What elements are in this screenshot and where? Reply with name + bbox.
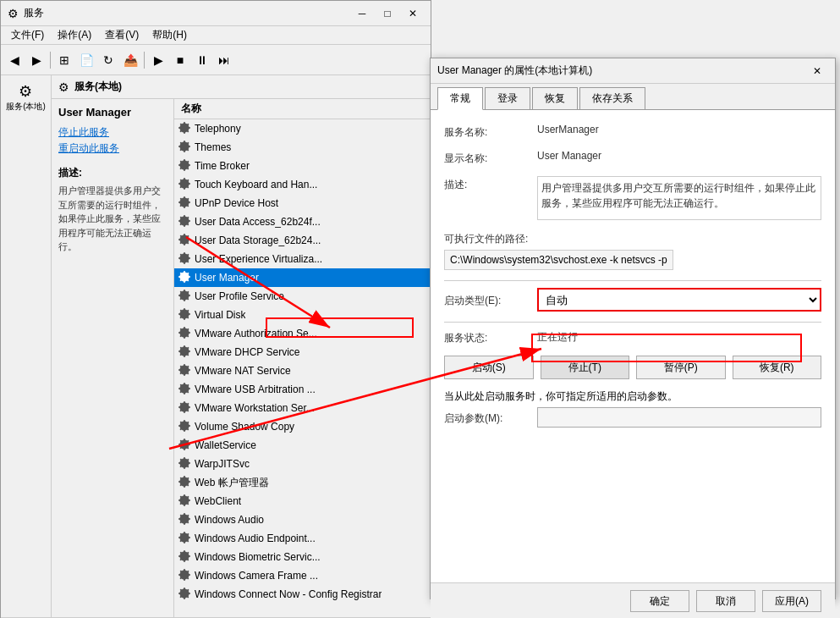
export-button[interactable]: 📤 xyxy=(120,50,140,70)
service-list-item[interactable]: Volume Shadow Copy xyxy=(174,417,431,436)
restart-button[interactable]: ⏭ xyxy=(214,50,234,70)
tab-general[interactable]: 常规 xyxy=(437,87,483,110)
service-name-text: Windows Audio xyxy=(195,514,264,526)
service-list-item[interactable]: WalletService xyxy=(174,436,431,455)
service-icon xyxy=(178,588,191,601)
service-list-item[interactable]: VMware NAT Service xyxy=(174,361,431,380)
service-name-label: 服务名称: xyxy=(444,124,537,140)
toolbar-separator-2 xyxy=(144,52,145,69)
maximize-button[interactable]: □ xyxy=(376,4,398,23)
start-param-input-label: 启动参数(M): xyxy=(444,410,537,426)
service-list-item[interactable]: Time Broker xyxy=(174,157,431,175)
menu-view[interactable]: 查看(V) xyxy=(98,26,145,44)
service-list-item[interactable]: Windows Camera Frame ... xyxy=(174,566,431,585)
menu-file[interactable]: 文件(F) xyxy=(4,26,51,44)
confirm-button[interactable]: 确定 xyxy=(630,590,689,612)
stop-service-link[interactable]: 停止此服务 xyxy=(58,125,167,140)
close-button[interactable]: ✕ xyxy=(402,4,424,23)
service-icon xyxy=(178,178,191,191)
service-icon xyxy=(178,420,191,433)
service-list-item[interactable]: Windows Audio Endpoint... xyxy=(174,529,431,548)
service-list-scroll[interactable]: Telephony Themes Time Broker Touch Keybo… xyxy=(174,119,431,617)
restart-service-link[interactable]: 重启动此服务 xyxy=(58,141,167,156)
tab-recovery[interactable]: 恢复 xyxy=(532,87,578,109)
service-list-item[interactable]: User Data Access_62b24f... xyxy=(174,212,431,231)
minimize-button[interactable]: ─ xyxy=(351,4,373,23)
service-list-item[interactable]: User Experience Virtualiza... xyxy=(174,250,431,268)
service-icon xyxy=(178,141,191,154)
service-list-item[interactable]: VMware USB Arbitration ... xyxy=(174,380,431,399)
left-info-panel: User Manager 停止此服务 重启动此服务 描述: 用户管理器提供多用户… xyxy=(52,99,174,617)
scope-label-small: 服务(本地) xyxy=(6,101,46,113)
service-list-item[interactable]: User Profile Service xyxy=(174,287,431,306)
show-hide-button[interactable]: ⊞ xyxy=(54,50,74,70)
service-list-item[interactable]: Windows Biometric Servic... xyxy=(174,548,431,566)
service-name-text: Volume Shadow Copy xyxy=(195,421,294,433)
pause-button[interactable]: ⏸ xyxy=(192,50,212,70)
service-name-text: WalletService xyxy=(195,439,256,451)
service-icon xyxy=(178,401,191,415)
stop-button[interactable]: 停止(T) xyxy=(541,356,630,379)
service-icon xyxy=(178,345,191,359)
display-name-row: 显示名称: User Manager xyxy=(444,150,821,166)
service-list-panel: 名称 Telephony Themes Time Broker xyxy=(174,99,431,617)
service-name-text: WarpJITSvc xyxy=(195,458,250,470)
menu-action[interactable]: 操作(A) xyxy=(51,26,98,44)
service-icon xyxy=(178,457,191,471)
service-name-text: Touch Keyboard and Han... xyxy=(195,179,317,190)
back-button[interactable]: ◀ xyxy=(4,50,25,70)
service-list-item[interactable]: Windows Connect Now - Config Registrar xyxy=(174,585,431,604)
service-icon xyxy=(178,327,191,340)
service-list-item[interactable]: Virtual Disk xyxy=(174,306,431,324)
dialog-close-button[interactable]: ✕ xyxy=(806,62,828,80)
tab-login[interactable]: 登录 xyxy=(485,87,530,109)
dialog-footer: 确定 取消 应用(A) xyxy=(431,582,835,618)
tab-dependencies[interactable]: 依存关系 xyxy=(579,87,645,109)
service-name-text: Telephony xyxy=(195,123,241,135)
service-icon xyxy=(178,550,191,564)
service-list-item[interactable]: User Manager xyxy=(174,268,431,287)
start-param-input[interactable] xyxy=(537,407,821,428)
forward-button[interactable]: ▶ xyxy=(26,50,47,70)
service-list-item[interactable]: Themes xyxy=(174,138,431,157)
service-icon xyxy=(178,308,191,322)
form-divider xyxy=(444,280,821,281)
exec-path-value: C:\Windows\system32\svchost.exe -k netsv… xyxy=(444,250,673,270)
cancel-button[interactable]: 取消 xyxy=(696,590,755,612)
dialog-title: User Manager 的属性(本地计算机) xyxy=(437,63,806,78)
service-icon xyxy=(178,439,191,452)
service-list-item[interactable]: UPnP Device Host xyxy=(174,194,431,212)
service-icon xyxy=(178,122,191,135)
apply-button[interactable]: 应用(A) xyxy=(762,590,821,612)
service-list-item[interactable]: VMware Authorization Se... xyxy=(174,324,431,343)
service-name-text: VMware Workstation Ser... xyxy=(195,402,315,414)
service-list-item[interactable]: Touch Keyboard and Han... xyxy=(174,175,431,194)
service-icon xyxy=(178,569,191,582)
service-list-header: 名称 xyxy=(174,99,431,119)
start-button[interactable]: 启动(S) xyxy=(444,356,534,379)
scope-local-nav[interactable]: ⚙ 服务(本地) xyxy=(6,82,46,113)
service-list-item[interactable]: WebClient xyxy=(174,492,431,510)
stop-button[interactable]: ■ xyxy=(170,50,190,70)
service-list-item[interactable]: VMware Workstation Ser... xyxy=(174,399,431,417)
menu-help[interactable]: 帮助(H) xyxy=(145,26,194,44)
service-list-item[interactable]: Telephony xyxy=(174,119,431,138)
service-list-item[interactable]: Web 帐户管理器 xyxy=(174,473,431,492)
service-list-item[interactable]: User Data Storage_62b24... xyxy=(174,231,431,250)
refresh-button[interactable]: ↻ xyxy=(98,50,118,70)
startup-type-select[interactable]: 自动 自动(延迟启动) 手动 禁用 xyxy=(537,288,821,312)
exec-path-row: 可执行文件的路径: C:\Windows\system32\svchost.ex… xyxy=(444,230,821,270)
service-icon xyxy=(178,271,191,284)
main-content-area: ⚙ 服务(本地) ⚙ 服务(本地) User Manager 停止此服务 重启动… xyxy=(1,75,431,617)
service-list-item[interactable]: Windows Audio xyxy=(174,510,431,529)
description-label: 描述: xyxy=(444,176,537,192)
play-button[interactable]: ▶ xyxy=(148,50,168,70)
service-list-item[interactable]: WarpJITSvc xyxy=(174,455,431,473)
service-name-text: VMware DHCP Service xyxy=(195,346,299,358)
resume-button[interactable]: 恢复(R) xyxy=(733,356,822,379)
service-icon xyxy=(178,532,191,545)
properties-button[interactable]: 📄 xyxy=(76,50,96,70)
service-name-text: User Profile Service xyxy=(195,290,284,302)
service-list-item[interactable]: VMware DHCP Service xyxy=(174,343,431,361)
pause-button[interactable]: 暂停(P) xyxy=(636,356,726,379)
